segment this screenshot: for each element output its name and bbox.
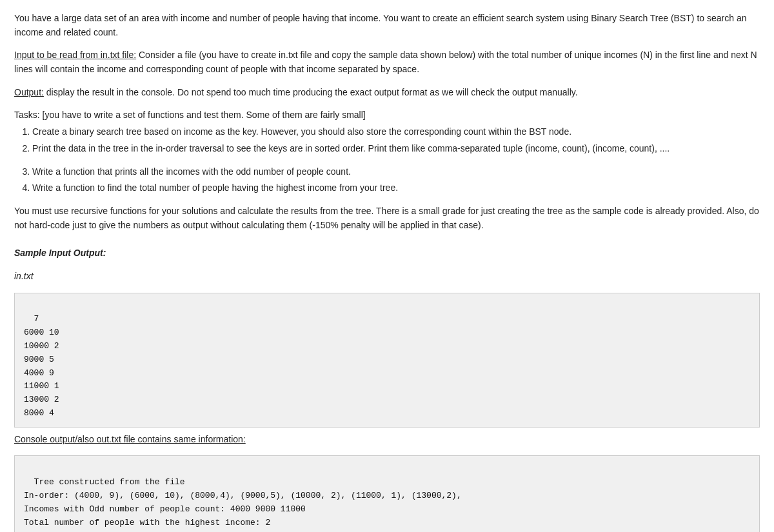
note-section: You must use recursive functions for you…: [14, 204, 760, 232]
code-output-text: Tree constructed from the file In-order:…: [24, 477, 462, 527]
output-label: Output:: [14, 87, 44, 97]
tasks-list: Create a binary search tree based on inc…: [32, 125, 760, 155]
tasks-section: Tasks: [you have to write a set of funct…: [14, 108, 760, 155]
task-item-4: Write a function to find the total numbe…: [32, 181, 760, 195]
code-input-block: 7 6000 10 10000 2 9000 5 4000 9 11000 1 …: [14, 293, 760, 428]
output-text: display the result in the console. Do no…: [44, 87, 578, 97]
output-section: Output: display the result in the consol…: [14, 86, 760, 100]
task-item-3: Write a function that prints all the inc…: [32, 165, 760, 179]
in-txt-label: in.txt: [14, 271, 34, 281]
sample-heading: Sample Input Output:: [14, 248, 106, 258]
intro-paragraph: You have a large data set of an area wit…: [14, 12, 760, 39]
task-item-2: Print the data in the tree in the in-ord…: [32, 142, 760, 156]
console-label: Console output/also out.txt file contain…: [14, 434, 246, 444]
tasks-label: Tasks:: [14, 110, 40, 120]
tasks-list-2: Write a function that prints all the inc…: [32, 165, 760, 195]
tasks-intro: [you have to write a set of functions an…: [40, 110, 366, 120]
tasks-section-2: Write a function that prints all the inc…: [14, 165, 760, 195]
sample-heading-section: Sample Input Output:: [14, 246, 760, 261]
note-text: You must use recursive functions for you…: [14, 206, 759, 230]
console-label-section: Console output/also out.txt file contain…: [14, 433, 760, 447]
code-input-text: 7 6000 10 10000 2 9000 5 4000 9 11000 1 …: [24, 314, 59, 418]
intro-text: You have a large data set of an area wit…: [14, 13, 746, 37]
in-txt-label-section: in.txt: [14, 270, 760, 284]
task-item-1: Create a binary search tree based on inc…: [32, 125, 760, 139]
input-label: Input to be read from in.txt file:: [14, 50, 136, 60]
code-output-block: Tree constructed from the file In-order:…: [14, 455, 760, 532]
input-section: Input to be read from in.txt file: Consi…: [14, 48, 760, 76]
